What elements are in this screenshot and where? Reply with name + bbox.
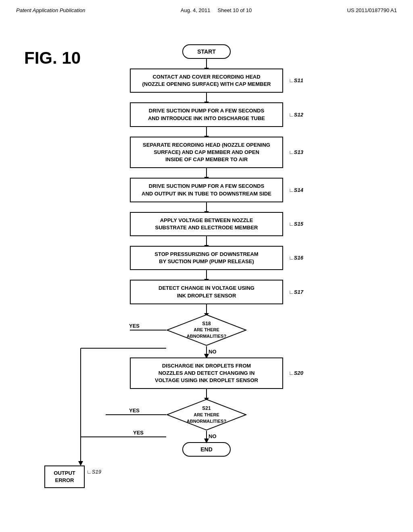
step-s16-wrapper: STOP PRESSURIZING OF DOWNSTREAM BY SUCTI… <box>130 246 283 270</box>
arrow-s16-s17 <box>206 270 207 280</box>
step-s15-label: ∟S15 <box>289 220 303 228</box>
arrow-s17-s18 <box>206 304 207 314</box>
flowchart: START CONTACT AND COVER RECORDING HEAD (… <box>0 44 413 457</box>
step-s17-label: ∟S17 <box>289 289 303 296</box>
step-s20-label: ∟S20 <box>289 370 303 377</box>
output-error-box: OUTPUT ERROR <box>44 466 85 488</box>
step-s16-label: ∟S16 <box>289 254 303 262</box>
step-s17: DETECT CHANGE IN VOLTAGE USING INK DROPL… <box>130 280 283 304</box>
step-s14-wrapper: DRIVE SUCTION PUMP FOR A FEW SECONDS AND… <box>130 178 283 202</box>
step-s11-label: ∟S11 <box>289 77 303 84</box>
end-node: END <box>182 442 231 457</box>
decision-s18: S18 ARE THERE ABNORMALITIES? <box>166 314 247 346</box>
arrow-s12-s13 <box>206 127 207 137</box>
header-date: Aug. 4, 2011 <box>181 7 211 13</box>
step-s15: APPLY VOLTAGE BETWEEN NOZZLE SUBSTRATE A… <box>130 212 283 236</box>
page-header: Patent Application Publication Aug. 4, 2… <box>0 0 413 17</box>
step-s13: SEPARATE RECORDING HEAD (NOZZLE OPENING … <box>130 137 283 168</box>
step-s12-wrapper: DRIVE SUCTION PUMP FOR A FEW SECONDS AND… <box>130 102 283 127</box>
step-s13-label: ∟S13 <box>289 149 303 156</box>
start-node: START <box>182 44 231 59</box>
svg-text:NO: NO <box>209 433 217 439</box>
decision-s21-label: S21 ARE THERE ABNORMALITIES? <box>180 405 233 424</box>
step-s20: DISCHARGE INK DROPLETS FROM NOZZLES AND … <box>130 357 283 389</box>
header-sheet: Sheet 10 of 10 <box>218 7 252 13</box>
step-s17-wrapper: DETECT CHANGE IN VOLTAGE USING INK DROPL… <box>130 280 283 304</box>
diamond-s18-row: S18 ARE THERE ABNORMALITIES? <box>81 314 332 346</box>
step-s12-label: ∟S12 <box>289 111 303 118</box>
arrow-s15-s16 <box>206 236 207 246</box>
step-s11: CONTACT AND COVER RECORDING HEAD (NOZZLE… <box>130 69 283 93</box>
diamond-s21-row: S21 ARE THERE ABNORMALITIES? <box>81 399 332 431</box>
header-publication: Patent Application Publication <box>16 7 86 13</box>
step-s12: DRIVE SUCTION PUMP FOR A FEW SECONDS AND… <box>130 102 283 127</box>
svg-text:NO: NO <box>209 349 217 355</box>
step-s15-wrapper: APPLY VOLTAGE BETWEEN NOZZLE SUBSTRATE A… <box>130 212 283 236</box>
arrow-s11-s12 <box>206 93 207 102</box>
arrow-s14-s15 <box>206 202 207 212</box>
step-s16: STOP PRESSURIZING OF DOWNSTREAM BY SUCTI… <box>130 246 283 270</box>
decision-s18-section: S18 ARE THERE ABNORMALITIES? NO YES <box>81 314 332 346</box>
header-patent-number: US 2011/0187790 A1 <box>347 7 397 13</box>
step-s14-label: ∟S14 <box>289 186 303 193</box>
svg-text:∟S19: ∟S19 <box>87 469 101 475</box>
step-s14: DRIVE SUCTION PUMP FOR A FEW SECONDS AND… <box>130 178 283 202</box>
step-s20-wrapper: DISCHARGE INK DROPLETS FROM NOZZLES AND … <box>130 357 283 389</box>
header-date-sheet: Aug. 4, 2011 Sheet 10 of 10 <box>181 7 252 13</box>
arrow-s20-s21 <box>206 389 207 399</box>
decision-s18-label: S18 ARE THERE ABNORMALITIES? <box>180 320 233 339</box>
decision-s21-section: S21 ARE THERE ABNORMALITIES? NO YES <box>81 399 332 431</box>
arrow-s13-s14 <box>206 168 207 178</box>
arrow-start-s11 <box>206 59 207 69</box>
decision-s21: S21 ARE THERE ABNORMALITIES? <box>166 399 247 431</box>
step-s13-wrapper: SEPARATE RECORDING HEAD (NOZZLE OPENING … <box>130 137 283 168</box>
step-s11-wrapper: CONTACT AND COVER RECORDING HEAD (NOZZLE… <box>130 69 283 93</box>
